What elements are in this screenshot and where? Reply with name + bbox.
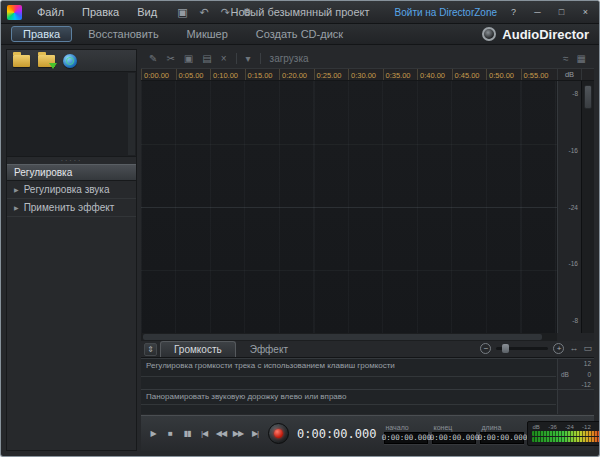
tab-mixer[interactable]: Микшер [175,26,240,42]
app-body: ····· Регулировка ▶ Регулировка звука ▶ … [1,45,599,456]
zoom-in-icon[interactable]: + [553,343,564,354]
expand-panel-icon[interactable]: ⇕ [144,343,157,356]
end-time-field[interactable]: 0:00:00.000 [432,432,476,444]
marker-dropdown-icon[interactable]: ▾ [246,54,251,64]
edit-icon[interactable]: ✎ [149,54,157,64]
close-button[interactable]: × [578,5,593,19]
tab-volume[interactable]: Громкость [160,341,236,357]
ruler-corner [581,69,594,80]
pan-keyframe-line[interactable] [141,404,556,405]
vertical-slider-thumb[interactable] [584,85,592,109]
menu-view[interactable]: Вид [129,3,165,21]
level-tick: -8 [572,90,578,97]
rewind-button[interactable]: ◀◀ [214,426,228,441]
stop-button[interactable]: ■ [163,426,177,441]
volume-tick: -12 [582,381,591,388]
tab-create-cd[interactable]: Создать CD-диск [244,26,355,42]
level-meter: dB -36 -24 -12 0 [527,421,600,446]
tab-effect[interactable]: Эффект [236,341,302,357]
undo-icon[interactable]: ↶ [200,7,209,18]
zoom-slider[interactable] [496,347,548,350]
time-tick: 0:25.00 [314,69,349,80]
go-to-start-button[interactable]: |◀ [197,426,211,441]
brand-name: AudioDirector [502,27,589,42]
timeline-ruler[interactable]: 0:00.00 0:05.00 0:10.00 0:15.00 0:20.00 … [141,69,557,80]
fit-horizontal-icon[interactable]: ↔ [569,344,578,353]
menu-file[interactable]: Файл [29,3,72,21]
library-scrollbar[interactable] [128,73,135,155]
meter-tick: -36 [548,424,557,430]
meter-scale: dB -36 -24 -12 0 [532,424,600,430]
play-button[interactable]: ▶ [146,426,160,441]
tab-restore[interactable]: Восстановить [76,26,170,42]
library-toolbar [7,50,136,72]
volume-keyframe-line[interactable] [141,376,556,377]
app-window: Файл Правка Вид ▣ ↶ ↷ ⚙ Новый безымянный… [0,0,600,457]
settings-icon[interactable]: ⚙ [242,7,252,18]
hscroll-row [141,333,594,341]
meter-tick: -12 [582,424,591,430]
adjust-panel-body [7,217,136,450]
go-to-end-button[interactable]: ▶| [248,426,262,441]
adjust-item-label: Применить эффект [24,202,115,213]
volume-row-label: Регулировка громкости трека с использова… [146,361,395,370]
help-icon[interactable]: ? [506,5,521,19]
meter-tick: -24 [565,424,574,430]
save-icon[interactable]: ▣ [177,7,187,18]
title-bar: Файл Правка Вид ▣ ↶ ↷ ⚙ Новый безымянный… [1,1,599,24]
level-tick: -8 [572,317,578,324]
level-tick: -16 [569,147,578,154]
download-button[interactable]: загрузка [270,53,309,64]
maximize-button[interactable]: □ [554,5,569,19]
adjust-item-sound[interactable]: ▶ Регулировка звука [7,181,136,199]
adjust-item-effect[interactable]: ▶ Применить эффект [7,199,136,217]
start-time-field[interactable]: 0:00:00.000 [384,432,428,444]
record-button[interactable] [268,423,289,444]
waveform-workspace[interactable] [141,81,557,333]
copy-icon[interactable]: ▣ [184,54,193,64]
waveform-gridline [141,144,557,145]
import-media-icon[interactable] [13,55,30,67]
meter-bar-right [532,437,600,442]
meter-bar-left [532,431,600,436]
horizontal-scrollbar-thumb[interactable] [143,334,542,340]
redo-icon[interactable]: ↷ [221,7,230,18]
directorzone-link[interactable]: Войти на DirectorZone [395,7,497,18]
time-tick: 0:15.00 [245,69,280,80]
directorzone-download-icon[interactable] [63,54,77,68]
mode-tab-bar: Правка Восстановить Микшер Создать CD-ди… [1,24,599,45]
volume-keyframe-row[interactable]: Регулировка громкости трека с использова… [141,358,594,389]
waveform-view-icon[interactable]: ≈ [563,54,569,64]
fast-forward-button[interactable]: ▶▶ [231,426,245,441]
delete-icon[interactable]: × [221,54,227,64]
time-tick: 0:55.00 [521,69,556,80]
tab-edit[interactable]: Правка [11,26,72,42]
panel-splitter[interactable]: ····· [7,156,136,164]
cut-icon[interactable]: ✂ [166,54,174,64]
media-library-list[interactable] [7,72,136,156]
pause-button[interactable]: ▮▮ [180,426,194,441]
minimize-button[interactable]: ─ [530,5,545,19]
import-folder-icon[interactable] [38,55,55,67]
menu-edit[interactable]: Правка [74,3,127,21]
time-tick: 0:20.00 [279,69,314,80]
titlebar-tools: ▣ ↶ ↷ ⚙ [177,7,252,18]
spectral-view-icon[interactable]: ▦ [577,54,586,64]
fit-page-icon[interactable]: ▭ [583,344,592,353]
expand-triangle-icon: ▶ [14,186,19,193]
level-tick: -16 [569,260,578,267]
zoom-out-icon[interactable]: − [480,343,491,354]
db-unit-label: dB [557,69,581,80]
paste-icon[interactable]: ▤ [202,54,211,64]
volume-scale: dB 12 0 -12 [557,359,594,389]
waveform-centerline [141,207,557,208]
zoom-slider-thumb[interactable] [502,344,509,353]
adjust-item-label: Регулировка звука [24,184,110,195]
toolbar-separator [236,53,237,64]
end-field-group: конец 0:00:00.000 [432,424,476,444]
horizontal-scrollbar[interactable] [141,333,557,341]
start-field-group: начало 0:00:00.000 [384,424,428,444]
vertical-zoom-slider[interactable] [581,81,594,333]
pan-keyframe-row[interactable]: Панорамировать звуковую дорожку влево ил… [141,389,594,414]
length-time-field[interactable]: 0:00:00.000 [480,432,524,444]
